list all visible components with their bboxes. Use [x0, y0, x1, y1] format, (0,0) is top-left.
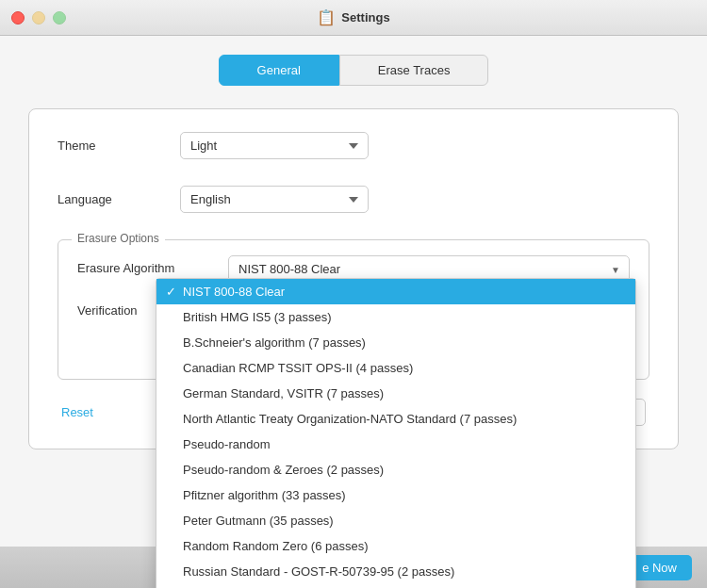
theme-select[interactable]: Light Dark System [180, 132, 369, 159]
dropdown-item-5[interactable]: North Atlantic Treaty Organization-NATO … [156, 406, 635, 432]
language-label: Language [58, 192, 180, 206]
reset-button[interactable]: Reset [61, 405, 93, 419]
titlebar-buttons [11, 11, 66, 24]
dropdown-item-11[interactable]: Russian Standard - GOST-R-50739-95 (2 pa… [156, 559, 635, 584]
titlebar-title: 📋 Settings [317, 8, 389, 26]
dropdown-item-8[interactable]: Pfitzner algorithm (33 passes) [156, 482, 635, 508]
theme-row: Theme Light Dark System [58, 132, 649, 159]
tabs-container: General Erase Traces [28, 55, 679, 86]
tab-erase-traces[interactable]: Erase Traces [339, 55, 489, 86]
dropdown-item-9[interactable]: Peter Gutmann (35 passes) [156, 508, 635, 533]
titlebar-title-text: Settings [341, 10, 389, 24]
dropdown-item-2[interactable]: B.Schneier's algorithm (7 passes) [156, 330, 635, 355]
language-select[interactable]: English French Spanish [180, 186, 369, 213]
minimize-button[interactable] [32, 11, 45, 24]
theme-label: Theme [58, 139, 180, 153]
dropdown-item-1[interactable]: British HMG IS5 (3 passes) [156, 304, 635, 330]
language-row: Language English French Spanish [58, 186, 649, 213]
erase-now-label: e Now [642, 561, 677, 575]
dropdown-item-4[interactable]: German Standard, VSITR (7 passes) [156, 381, 635, 406]
algorithm-dropdown[interactable]: NIST 800-88 ClearBritish HMG IS5 (3 pass… [156, 278, 636, 588]
maximize-button[interactable] [53, 11, 66, 24]
erasure-algorithm-label: Erasure Algorithm [77, 255, 228, 275]
dropdown-item-7[interactable]: Pseudo-random & Zeroes (2 passes) [156, 457, 635, 482]
erasure-options-legend: Erasure Options [72, 232, 165, 245]
titlebar: 📋 Settings [0, 0, 707, 36]
dropdown-item-0[interactable]: NIST 800-88 Clear [156, 279, 635, 304]
tab-general[interactable]: General [219, 55, 339, 86]
erase-now-button[interactable]: e Now [627, 555, 692, 580]
dropdown-item-12[interactable]: US Department of Defense, DoD 5220.22-M … [156, 584, 635, 588]
dropdown-item-3[interactable]: Canadian RCMP TSSIT OPS-II (4 passes) [156, 355, 635, 381]
close-button[interactable] [11, 11, 25, 24]
dropdown-item-6[interactable]: Pseudo-random [156, 432, 635, 457]
settings-icon: 📋 [317, 8, 336, 26]
dropdown-item-10[interactable]: Random Random Zero (6 passes) [156, 533, 635, 559]
